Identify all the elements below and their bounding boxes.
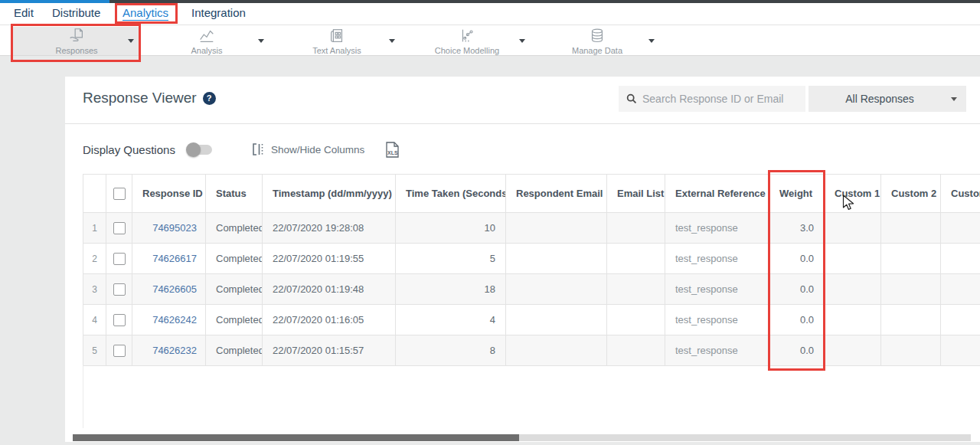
row-number: 1 <box>83 213 106 244</box>
response-id-link[interactable]: 74626242 <box>132 305 206 335</box>
time-taken-cell: 18 <box>396 274 506 305</box>
responses-filter-value: All Responses <box>808 93 951 105</box>
news-grid-icon <box>328 27 346 45</box>
row-checkbox[interactable] <box>113 345 126 357</box>
header-time-taken[interactable]: Time Taken (Seconds) <box>396 175 506 213</box>
response-viewer-card: Response Viewer ? All Responses Display … <box>65 77 980 442</box>
response-id-link[interactable]: 74626232 <box>132 335 206 366</box>
row-checkbox-cell <box>106 244 132 274</box>
timestamp-cell: 22/07/2020 19:28:08 <box>263 213 396 244</box>
row-checkbox[interactable] <box>113 253 126 265</box>
toolbar-analysis-label: Analysis <box>191 46 223 55</box>
toolbar-choice-modelling[interactable]: Choice Modelling <box>421 26 513 56</box>
display-questions-toggle[interactable] <box>188 145 212 155</box>
response-id-link[interactable]: 74626617 <box>132 244 206 274</box>
title-divider <box>65 123 980 124</box>
row-checkbox-cell <box>106 305 132 335</box>
export-xls-button[interactable]: XLS <box>384 141 400 159</box>
header-custom1: Custom 1 <box>825 175 881 213</box>
table-row: 2 74626617 Completed 22/07/2020 01:19:55… <box>83 244 980 274</box>
columns-icon <box>252 142 265 156</box>
weight-cell: 0.0 <box>769 244 825 274</box>
respondent-email-cell <box>506 244 607 274</box>
external-reference-cell: test_response <box>665 213 769 244</box>
custom3-cell <box>941 213 980 244</box>
external-reference-cell: test_response <box>665 335 769 366</box>
response-id-link[interactable]: 74695023 <box>132 213 206 244</box>
status-cell: Completed <box>206 335 263 366</box>
choice-modelling-dropdown-caret[interactable] <box>519 39 525 43</box>
row-checkbox[interactable] <box>113 222 126 234</box>
nav-tab-analytics[interactable]: Analytics <box>122 3 168 25</box>
header-select-all <box>106 175 132 213</box>
response-id-link[interactable]: 74626605 <box>132 274 206 305</box>
row-number: 4 <box>83 305 106 335</box>
toolbar-text-analysis[interactable]: Text Analysis <box>291 26 383 56</box>
svg-text:XLS: XLS <box>387 150 398 155</box>
row-checkbox-cell <box>106 213 132 244</box>
toolbar-choice-modelling-label: Choice Modelling <box>435 46 499 55</box>
database-icon <box>588 27 606 45</box>
show-hide-columns-button[interactable]: Show/Hide Columns <box>252 142 364 156</box>
analysis-dropdown-caret[interactable] <box>258 39 264 43</box>
chevron-down-icon <box>951 97 957 101</box>
horizontal-scrollbar-thumb[interactable] <box>73 434 519 441</box>
external-reference-cell: test_response <box>665 244 769 274</box>
responses-dropdown-caret[interactable] <box>128 39 134 43</box>
header-custom3: Custom 3 <box>941 175 980 213</box>
text-analysis-dropdown-caret[interactable] <box>389 39 395 43</box>
toolbar-manage-data-label: Manage Data <box>572 46 622 55</box>
time-taken-cell: 8 <box>396 335 506 366</box>
nav-tab-integration[interactable]: Integration <box>191 3 246 25</box>
select-all-checkbox[interactable] <box>113 188 126 200</box>
timestamp-cell: 22/07/2020 01:19:55 <box>263 244 396 274</box>
toolbar-analysis[interactable]: Analysis <box>161 26 253 56</box>
nav-tab-distribute[interactable]: Distribute <box>52 3 100 25</box>
toolbar-responses[interactable]: Responses <box>31 26 122 56</box>
header-external-reference: External Reference <box>665 175 769 213</box>
row-checkbox-cell <box>106 335 132 366</box>
custom2-cell <box>881 305 941 335</box>
custom3-cell <box>941 305 980 335</box>
toolbar-manage-data[interactable]: Manage Data <box>551 26 643 56</box>
toolbar-text-analysis-label: Text Analysis <box>312 46 361 55</box>
row-checkbox[interactable] <box>113 283 126 296</box>
help-icon[interactable]: ? <box>203 92 216 105</box>
external-reference-cell: test_response <box>665 305 769 335</box>
status-cell: Completed <box>206 305 263 335</box>
row-checkbox[interactable] <box>113 314 126 326</box>
table-row: 3 74626605 Completed 22/07/2020 01:19:48… <box>83 274 980 305</box>
header-response-id[interactable]: Response ID <box>132 175 206 213</box>
header-timestamp[interactable]: Timestamp (dd/mm/yyyy) <box>263 175 396 213</box>
line-chart-icon <box>198 27 216 45</box>
table-header-row: Response ID Status Timestamp (dd/mm/yyyy… <box>83 175 980 213</box>
time-taken-cell: 5 <box>396 244 506 274</box>
manage-data-dropdown-caret[interactable] <box>648 39 655 43</box>
email-list-cell <box>607 274 665 305</box>
status-cell: Completed <box>206 244 263 274</box>
show-hide-columns-label: Show/Hide Columns <box>271 144 364 155</box>
toolbar-responses-label: Responses <box>55 46 97 55</box>
responses-filter-dropdown[interactable]: All Responses <box>808 86 966 112</box>
table-row: 5 74626232 Completed 22/07/2020 01:15:57… <box>83 335 980 366</box>
horizontal-scrollbar-track[interactable] <box>73 434 971 441</box>
email-list-cell <box>607 213 665 244</box>
external-reference-cell: test_response <box>665 274 769 305</box>
header-status: Status <box>206 175 263 213</box>
main-navbar: Edit Distribute Analytics Integration <box>0 3 980 25</box>
respondent-email-cell <box>506 213 607 244</box>
custom1-cell <box>825 305 881 335</box>
search-icon <box>626 93 637 104</box>
weight-cell: 0.0 <box>769 335 825 366</box>
custom2-cell <box>881 335 941 366</box>
row-number: 3 <box>83 274 106 305</box>
table-row: 4 74626242 Completed 22/07/2020 01:16:05… <box>83 305 980 335</box>
toggle-knob <box>186 142 201 157</box>
row-number: 2 <box>83 244 106 274</box>
respondent-email-cell <box>506 305 607 335</box>
status-cell: Completed <box>206 213 263 244</box>
search-input[interactable] <box>642 93 795 105</box>
timestamp-cell: 22/07/2020 01:15:57 <box>263 335 396 366</box>
nav-tab-edit[interactable]: Edit <box>14 3 34 25</box>
responses-table: Response ID Status Timestamp (dd/mm/yyyy… <box>83 174 980 366</box>
